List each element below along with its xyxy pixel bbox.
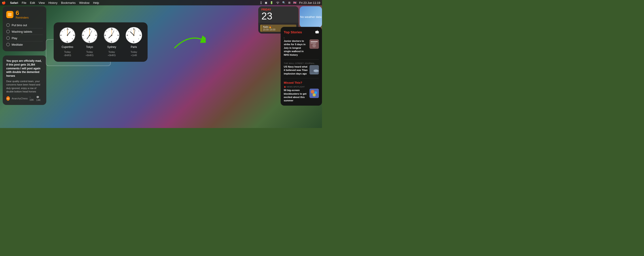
svg-text:3: 3 xyxy=(73,34,74,36)
reddit-footer: AC AnarchyChess ↑ 16K 💬 14K xyxy=(6,96,43,101)
svg-text:1: 1 xyxy=(108,29,109,31)
news-article-missed[interactable]: News Spotlight 50 big-screen blockbuster… xyxy=(284,86,319,103)
svg-point-4 xyxy=(8,14,9,15)
menubar-app-name[interactable]: Safari xyxy=(10,1,18,5)
news-thumbnail-missed xyxy=(310,89,319,98)
reminder-text: Play xyxy=(12,37,17,40)
reminder-checkbox[interactable] xyxy=(6,43,10,46)
svg-text:9: 9 xyxy=(83,34,84,36)
news-thumbnail-2 xyxy=(310,65,319,75)
svg-text:8: 8 xyxy=(84,38,84,40)
svg-point-5 xyxy=(8,16,9,16)
reddit-widget[interactable]: You guys are officially mad, if this pos… xyxy=(3,56,46,105)
clock-face-cupertino: 12 6 9 3 2 1 11 8 4 4 xyxy=(59,27,76,44)
svg-text:1: 1 xyxy=(130,29,132,31)
menubar-datetime: Fri 23 Jun 11:19 xyxy=(299,1,320,5)
svg-text:6: 6 xyxy=(133,41,134,43)
weather-widget[interactable]: No weather data xyxy=(300,6,322,28)
reminders-header: 6 Reminders xyxy=(6,10,43,19)
apple-news-icon xyxy=(315,30,319,34)
menubar-view[interactable]: View xyxy=(39,1,45,5)
svg-rect-87 xyxy=(310,73,318,74)
menubar-left: 🍎 Safari File Edit View History Bookmark… xyxy=(2,1,99,5)
news-thumbnail-1 xyxy=(310,39,319,49)
svg-text:12: 12 xyxy=(89,29,91,31)
svg-point-78 xyxy=(133,35,134,36)
svg-text:12: 12 xyxy=(67,29,69,31)
svg-text:4: 4 xyxy=(72,38,73,40)
svg-point-60 xyxy=(111,35,112,36)
svg-text:2: 2 xyxy=(138,30,139,32)
news-content-row: US Navy heard what it believed was Titan… xyxy=(284,65,319,75)
svg-text:11: 11 xyxy=(106,31,107,32)
reminders-icon xyxy=(6,11,14,18)
clock-time-info: Today +8HRS xyxy=(86,50,94,57)
list-item[interactable]: Play xyxy=(6,35,43,41)
menubar-edit[interactable]: Edit xyxy=(30,1,35,5)
clock-city-label: Cupertino xyxy=(62,46,73,49)
svg-text:12: 12 xyxy=(133,29,135,31)
svg-point-83 xyxy=(312,44,316,48)
calendar-header: Friday 23 xyxy=(258,6,298,23)
reddit-stats: ↑ 16K 💬 14K xyxy=(30,96,43,101)
svg-text:6: 6 xyxy=(66,41,68,43)
news-source-2: THE WALL STREET JOURNAL. xyxy=(284,62,319,65)
menubar-file[interactable]: File xyxy=(22,1,26,5)
clock-face-paris: 12 6 9 3 2 1 11 8 4 xyxy=(126,27,142,44)
svg-text:12: 12 xyxy=(111,29,113,31)
svg-point-42 xyxy=(89,35,90,36)
svg-text:9: 9 xyxy=(127,34,128,36)
clock-time-info: Today +9HRS xyxy=(108,50,116,57)
list-item[interactable]: Put bins out xyxy=(6,22,43,29)
news-missed-header: Missed This? xyxy=(284,81,319,84)
menubar-window[interactable]: Window xyxy=(79,1,90,5)
news-article-2[interactable]: THE WALL STREET JOURNAL. US Navy heard w… xyxy=(284,62,319,78)
svg-point-86 xyxy=(314,69,318,72)
clock-cupertino: 12 6 9 3 2 1 11 8 4 4 Cupertino Today -8… xyxy=(59,27,76,57)
menubar-bookmarks[interactable]: Bookmarks xyxy=(61,1,76,5)
reminders-widget[interactable]: 6 Reminders Put bins out Washing tablets… xyxy=(3,6,46,51)
news-headline-2: US Navy heard what it believed was Titan… xyxy=(284,65,308,75)
menubar-help[interactable]: Help xyxy=(93,1,99,5)
svg-text:8: 8 xyxy=(61,38,62,40)
svg-rect-82 xyxy=(310,43,316,43)
clock-tokyo: 12 6 9 3 2 1 11 8 4 Tokyo Today +8HRS xyxy=(81,27,98,57)
list-item[interactable]: Meditate xyxy=(6,41,43,48)
news-header: Top Stories xyxy=(284,30,319,34)
menubar-extras-icon: ⣿ xyxy=(260,1,262,4)
menubar-search-icon[interactable]: 🔍 xyxy=(282,1,286,4)
svg-rect-81 xyxy=(310,41,318,42)
svg-text:3: 3 xyxy=(117,34,118,36)
list-item[interactable]: Washing tablets xyxy=(6,29,43,35)
menubar-battery-icon: 🔋 xyxy=(270,1,273,4)
reddit-upvotes: ↑ 16K xyxy=(30,96,34,101)
reddit-author: AnarchyChess xyxy=(12,97,28,100)
svg-text:2: 2 xyxy=(72,30,73,32)
svg-text:2: 2 xyxy=(116,30,117,32)
svg-point-89 xyxy=(311,90,314,94)
apple-logo-icon[interactable]: 🍎 xyxy=(2,1,6,5)
clock-face-sydney: 12 6 9 3 2 1 11 8 4 xyxy=(103,27,120,44)
svg-text:1: 1 xyxy=(86,29,87,31)
reminders-label: Reminders xyxy=(16,16,28,19)
clock-city-label: Tokyo xyxy=(86,46,93,49)
menubar-history[interactable]: History xyxy=(48,1,57,5)
worldclock-widget[interactable]: 12 6 9 3 2 1 11 8 4 4 Cupertino Today -8… xyxy=(54,22,148,62)
reddit-post-main-text: You guys are officially mad, if this pos… xyxy=(6,59,43,78)
clock-sydney: 12 6 9 3 2 1 11 8 4 Sydney Today +9HRS xyxy=(103,27,120,57)
menubar-wifi-icon xyxy=(276,1,280,5)
reminder-checkbox[interactable] xyxy=(6,30,10,33)
news-content-row: Junior doctors to strike for 5 days in J… xyxy=(284,39,319,57)
svg-text:11: 11 xyxy=(84,31,85,32)
svg-text:4: 4 xyxy=(116,38,117,40)
calendar-date-number: 23 xyxy=(262,11,296,21)
news-article-1[interactable]: ℹ Junior doctors to strike for 5 days in… xyxy=(284,37,319,60)
reminder-checkbox[interactable] xyxy=(6,36,10,40)
clock-time-info: Today -8HRS xyxy=(64,50,71,57)
news-widget[interactable]: Top Stories ℹ Junior doctors to strike f… xyxy=(281,27,322,106)
svg-text:2: 2 xyxy=(94,30,95,32)
menubar-controlcenter-icon[interactable]: ⊞ xyxy=(288,1,290,4)
news-source-icon: ℹ xyxy=(284,37,319,39)
reminder-checkbox[interactable] xyxy=(6,23,10,27)
svg-text:9: 9 xyxy=(60,34,62,36)
